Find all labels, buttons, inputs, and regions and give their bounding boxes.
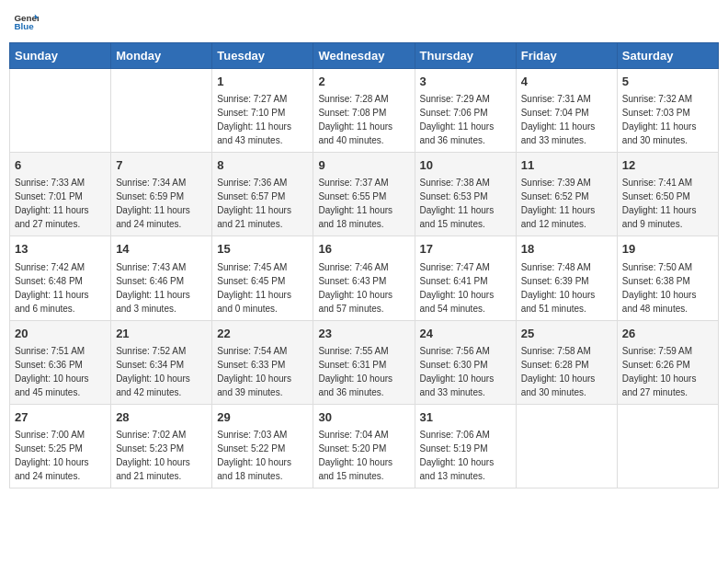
day-number: 31 — [420, 409, 511, 426]
day-info: Sunrise: 7:42 AM Sunset: 6:48 PM Dayligh… — [15, 262, 89, 314]
day-number: 12 — [622, 157, 713, 174]
day-number: 17 — [420, 241, 511, 258]
calendar-cell: 13Sunrise: 7:42 AM Sunset: 6:48 PM Dayli… — [10, 236, 111, 320]
day-number: 2 — [318, 74, 409, 90]
day-info: Sunrise: 7:28 AM Sunset: 7:08 PM Dayligh… — [318, 94, 392, 145]
day-info: Sunrise: 7:48 AM Sunset: 6:39 PM Dayligh… — [521, 262, 596, 314]
day-number: 11 — [521, 157, 612, 174]
logo: General Blue — [13, 9, 39, 35]
calendar-cell: 7Sunrise: 7:34 AM Sunset: 6:59 PM Daylig… — [111, 153, 212, 236]
header-cell-sunday: Sunday — [10, 43, 111, 69]
calendar-week-1: 1Sunrise: 7:27 AM Sunset: 7:10 PM Daylig… — [10, 69, 719, 153]
calendar-cell: 9Sunrise: 7:37 AM Sunset: 6:55 PM Daylig… — [313, 153, 415, 236]
logo-icon: General Blue — [13, 9, 39, 35]
day-number: 6 — [15, 157, 106, 174]
day-number: 13 — [15, 241, 106, 258]
calendar-cell: 12Sunrise: 7:41 AM Sunset: 6:50 PM Dayli… — [617, 153, 718, 236]
day-info: Sunrise: 7:37 AM Sunset: 6:55 PM Dayligh… — [318, 178, 392, 229]
day-info: Sunrise: 7:38 AM Sunset: 6:53 PM Dayligh… — [420, 178, 495, 229]
calendar-cell — [10, 69, 111, 153]
day-info: Sunrise: 7:52 AM Sunset: 6:34 PM Dayligh… — [116, 346, 190, 397]
day-number: 20 — [15, 326, 106, 342]
day-info: Sunrise: 7:02 AM Sunset: 5:23 PM Dayligh… — [116, 430, 190, 481]
calendar-cell: 22Sunrise: 7:54 AM Sunset: 6:33 PM Dayli… — [212, 320, 313, 404]
calendar-cell: 2Sunrise: 7:28 AM Sunset: 7:08 PM Daylig… — [313, 69, 415, 153]
calendar-cell: 29Sunrise: 7:03 AM Sunset: 5:22 PM Dayli… — [212, 404, 313, 488]
day-info: Sunrise: 7:03 AM Sunset: 5:22 PM Dayligh… — [217, 430, 291, 481]
calendar-cell: 4Sunrise: 7:31 AM Sunset: 7:04 PM Daylig… — [516, 69, 617, 153]
day-number: 7 — [116, 157, 207, 174]
calendar-cell: 26Sunrise: 7:59 AM Sunset: 6:26 PM Dayli… — [617, 320, 718, 404]
day-number: 24 — [420, 326, 511, 342]
day-number: 22 — [217, 326, 308, 342]
calendar-week-2: 6Sunrise: 7:33 AM Sunset: 7:01 PM Daylig… — [10, 153, 719, 236]
day-info: Sunrise: 7:46 AM Sunset: 6:43 PM Dayligh… — [318, 262, 392, 314]
day-number: 1 — [217, 74, 308, 90]
calendar-cell: 31Sunrise: 7:06 AM Sunset: 5:19 PM Dayli… — [415, 404, 516, 488]
calendar-week-5: 27Sunrise: 7:00 AM Sunset: 5:25 PM Dayli… — [10, 404, 719, 488]
calendar-cell: 6Sunrise: 7:33 AM Sunset: 7:01 PM Daylig… — [10, 153, 111, 236]
calendar-cell: 5Sunrise: 7:32 AM Sunset: 7:03 PM Daylig… — [617, 69, 718, 153]
calendar-cell: 17Sunrise: 7:47 AM Sunset: 6:41 PM Dayli… — [415, 236, 516, 320]
header-cell-saturday: Saturday — [617, 43, 718, 69]
calendar-header: SundayMondayTuesdayWednesdayThursdayFrid… — [10, 43, 719, 69]
day-number: 10 — [420, 157, 511, 174]
day-info: Sunrise: 7:34 AM Sunset: 6:59 PM Dayligh… — [116, 178, 190, 229]
day-number: 14 — [116, 241, 207, 258]
header-cell-friday: Friday — [516, 43, 617, 69]
day-number: 8 — [217, 157, 308, 174]
day-info: Sunrise: 7:29 AM Sunset: 7:06 PM Dayligh… — [420, 94, 495, 145]
calendar-cell: 24Sunrise: 7:56 AM Sunset: 6:30 PM Dayli… — [415, 320, 516, 404]
calendar-cell — [516, 404, 617, 488]
calendar-cell: 19Sunrise: 7:50 AM Sunset: 6:38 PM Dayli… — [617, 236, 718, 320]
day-info: Sunrise: 7:39 AM Sunset: 6:52 PM Dayligh… — [521, 178, 596, 229]
calendar-cell: 8Sunrise: 7:36 AM Sunset: 6:57 PM Daylig… — [212, 153, 313, 236]
day-number: 19 — [622, 241, 713, 258]
day-info: Sunrise: 7:36 AM Sunset: 6:57 PM Dayligh… — [217, 178, 291, 229]
day-info: Sunrise: 7:47 AM Sunset: 6:41 PM Dayligh… — [420, 262, 495, 314]
calendar-cell: 21Sunrise: 7:52 AM Sunset: 6:34 PM Dayli… — [111, 320, 212, 404]
header-cell-monday: Monday — [111, 43, 212, 69]
calendar-table: SundayMondayTuesdayWednesdayThursdayFrid… — [9, 42, 719, 488]
day-number: 26 — [622, 326, 713, 342]
page-header: General Blue — [9, 9, 719, 35]
day-number: 23 — [318, 326, 409, 342]
header-cell-thursday: Thursday — [415, 43, 516, 69]
calendar-cell: 30Sunrise: 7:04 AM Sunset: 5:20 PM Dayli… — [313, 404, 415, 488]
calendar-cell: 18Sunrise: 7:48 AM Sunset: 6:39 PM Dayli… — [516, 236, 617, 320]
calendar-cell: 27Sunrise: 7:00 AM Sunset: 5:25 PM Dayli… — [10, 404, 111, 488]
header-cell-wednesday: Wednesday — [313, 43, 415, 69]
day-number: 15 — [217, 241, 308, 258]
day-info: Sunrise: 7:33 AM Sunset: 7:01 PM Dayligh… — [15, 178, 89, 229]
day-info: Sunrise: 7:59 AM Sunset: 6:26 PM Dayligh… — [622, 346, 697, 397]
calendar-cell: 23Sunrise: 7:55 AM Sunset: 6:31 PM Dayli… — [313, 320, 415, 404]
calendar-week-3: 13Sunrise: 7:42 AM Sunset: 6:48 PM Dayli… — [10, 236, 719, 320]
day-number: 16 — [318, 241, 409, 258]
day-info: Sunrise: 7:56 AM Sunset: 6:30 PM Dayligh… — [420, 346, 495, 397]
day-info: Sunrise: 7:54 AM Sunset: 6:33 PM Dayligh… — [217, 346, 291, 397]
calendar-cell: 10Sunrise: 7:38 AM Sunset: 6:53 PM Dayli… — [415, 153, 516, 236]
day-number: 4 — [521, 74, 612, 90]
day-info: Sunrise: 7:00 AM Sunset: 5:25 PM Dayligh… — [15, 430, 89, 481]
calendar-cell: 3Sunrise: 7:29 AM Sunset: 7:06 PM Daylig… — [415, 69, 516, 153]
day-number: 3 — [420, 74, 511, 90]
calendar-cell: 1Sunrise: 7:27 AM Sunset: 7:10 PM Daylig… — [212, 69, 313, 153]
calendar-week-4: 20Sunrise: 7:51 AM Sunset: 6:36 PM Dayli… — [10, 320, 719, 404]
calendar-cell: 15Sunrise: 7:45 AM Sunset: 6:45 PM Dayli… — [212, 236, 313, 320]
day-info: Sunrise: 7:51 AM Sunset: 6:36 PM Dayligh… — [15, 346, 89, 397]
day-info: Sunrise: 7:31 AM Sunset: 7:04 PM Dayligh… — [521, 94, 596, 145]
day-info: Sunrise: 7:58 AM Sunset: 6:28 PM Dayligh… — [521, 346, 596, 397]
day-info: Sunrise: 7:41 AM Sunset: 6:50 PM Dayligh… — [622, 178, 697, 229]
calendar-cell — [111, 69, 212, 153]
day-info: Sunrise: 7:06 AM Sunset: 5:19 PM Dayligh… — [420, 430, 495, 481]
header-row: SundayMondayTuesdayWednesdayThursdayFrid… — [10, 43, 719, 69]
calendar-cell: 11Sunrise: 7:39 AM Sunset: 6:52 PM Dayli… — [516, 153, 617, 236]
calendar-cell: 28Sunrise: 7:02 AM Sunset: 5:23 PM Dayli… — [111, 404, 212, 488]
day-info: Sunrise: 7:27 AM Sunset: 7:10 PM Dayligh… — [217, 94, 291, 145]
day-number: 21 — [116, 326, 207, 342]
day-number: 5 — [622, 74, 713, 90]
day-number: 28 — [116, 409, 207, 426]
calendar-cell: 25Sunrise: 7:58 AM Sunset: 6:28 PM Dayli… — [516, 320, 617, 404]
day-info: Sunrise: 7:04 AM Sunset: 5:20 PM Dayligh… — [318, 430, 392, 481]
day-info: Sunrise: 7:32 AM Sunset: 7:03 PM Dayligh… — [622, 94, 697, 145]
